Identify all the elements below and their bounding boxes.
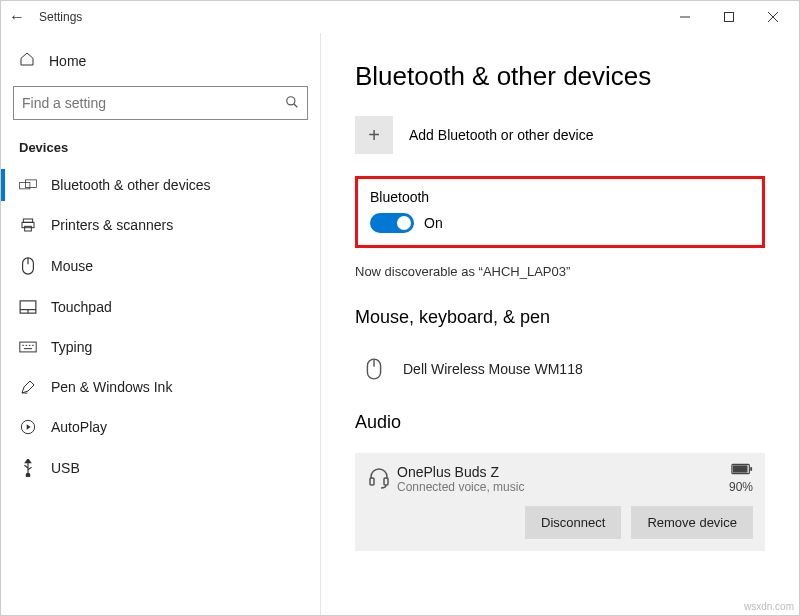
audio-device-status: Connected voice, music <box>397 480 729 494</box>
minimize-button[interactable] <box>663 3 707 31</box>
page-title: Bluetooth & other devices <box>355 61 765 92</box>
pen-icon <box>19 379 37 395</box>
content-area: Home Devices Bluetooth & other devices <box>1 33 799 615</box>
watermark: wsxdn.com <box>744 601 794 612</box>
svg-rect-1 <box>725 13 734 22</box>
sidebar-item-label: Bluetooth & other devices <box>51 177 211 193</box>
disconnect-button[interactable]: Disconnect <box>525 506 621 539</box>
autoplay-icon <box>19 419 37 435</box>
settings-window: ← Settings Home <box>0 0 800 616</box>
audio-device-card[interactable]: OnePlus Buds Z Connected voice, music 90… <box>355 453 765 551</box>
home-icon <box>19 51 35 70</box>
mouse-device-icon <box>361 358 387 380</box>
svg-marker-26 <box>25 459 30 463</box>
sidebar-item-label: Pen & Windows Ink <box>51 379 172 395</box>
search-icon <box>285 95 299 112</box>
svg-rect-7 <box>25 180 36 188</box>
search-box[interactable] <box>13 86 308 120</box>
svg-marker-23 <box>27 424 31 429</box>
home-link[interactable]: Home <box>9 41 312 80</box>
svg-rect-16 <box>20 342 36 352</box>
sidebar-item-label: Typing <box>51 339 92 355</box>
category-label: Devices <box>9 134 312 165</box>
sidebar-item-printers[interactable]: Printers & scanners <box>9 205 312 245</box>
battery-percent: 90% <box>729 480 753 494</box>
back-button[interactable]: ← <box>9 8 25 26</box>
search-input[interactable] <box>22 95 285 111</box>
device-mouse-row[interactable]: Dell Wireless Mouse WM118 <box>355 348 765 390</box>
keyboard-icon <box>19 341 37 353</box>
sidebar: Home Devices Bluetooth & other devices <box>1 33 321 615</box>
sidebar-item-typing[interactable]: Typing <box>9 327 312 367</box>
main-panel: Bluetooth & other devices + Add Bluetoot… <box>321 33 799 615</box>
battery-icon <box>731 463 753 478</box>
bluetooth-highlight-box: Bluetooth On <box>355 176 765 248</box>
sidebar-item-bluetooth[interactable]: Bluetooth & other devices <box>9 165 312 205</box>
home-label: Home <box>49 53 86 69</box>
sidebar-item-pen[interactable]: Pen & Windows Ink <box>9 367 312 407</box>
sidebar-item-label: Mouse <box>51 258 93 274</box>
section-audio-title: Audio <box>355 412 765 433</box>
plus-icon: + <box>355 116 393 154</box>
svg-line-5 <box>294 103 298 107</box>
usb-icon <box>19 459 37 477</box>
bluetooth-devices-icon <box>19 178 37 192</box>
headset-icon <box>367 465 397 493</box>
add-device-label: Add Bluetooth or other device <box>409 127 593 143</box>
sidebar-item-autoplay[interactable]: AutoPlay <box>9 407 312 447</box>
svg-rect-9 <box>22 222 34 227</box>
svg-rect-32 <box>733 465 748 472</box>
maximize-button[interactable] <box>707 3 751 31</box>
sidebar-item-label: USB <box>51 460 80 476</box>
svg-rect-10 <box>25 226 32 231</box>
sidebar-item-label: Touchpad <box>51 299 112 315</box>
bluetooth-state: On <box>424 215 443 231</box>
bluetooth-label: Bluetooth <box>370 189 750 205</box>
svg-point-4 <box>287 96 295 104</box>
close-button[interactable] <box>751 3 795 31</box>
sidebar-item-mouse[interactable]: Mouse <box>9 245 312 287</box>
svg-rect-33 <box>750 467 752 471</box>
svg-point-25 <box>26 473 30 477</box>
svg-rect-8 <box>23 219 32 222</box>
window-title: Settings <box>39 10 82 24</box>
sidebar-item-usb[interactable]: USB <box>9 447 312 489</box>
device-mouse-name: Dell Wireless Mouse WM118 <box>403 361 583 377</box>
svg-rect-30 <box>384 478 388 485</box>
svg-rect-29 <box>370 478 374 485</box>
sidebar-item-touchpad[interactable]: Touchpad <box>9 287 312 327</box>
mouse-icon <box>19 257 37 275</box>
audio-device-name: OnePlus Buds Z <box>397 464 729 480</box>
printer-icon <box>19 217 37 233</box>
sidebar-item-label: AutoPlay <box>51 419 107 435</box>
sidebar-item-label: Printers & scanners <box>51 217 173 233</box>
discoverable-text: Now discoverable as “AHCH_LAP03” <box>355 264 765 279</box>
titlebar: ← Settings <box>1 1 799 33</box>
touchpad-icon <box>19 300 37 314</box>
section-mouse-title: Mouse, keyboard, & pen <box>355 307 765 328</box>
remove-device-button[interactable]: Remove device <box>631 506 753 539</box>
bluetooth-toggle[interactable] <box>370 213 414 233</box>
add-device-button[interactable]: + Add Bluetooth or other device <box>355 116 765 154</box>
